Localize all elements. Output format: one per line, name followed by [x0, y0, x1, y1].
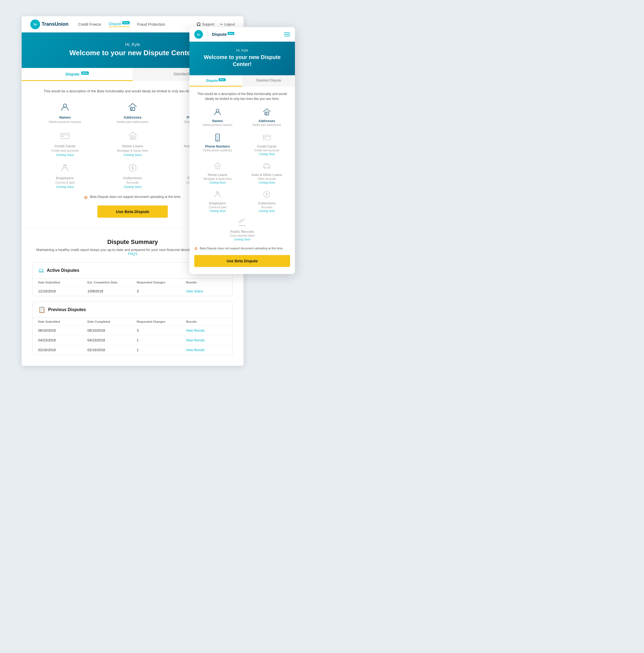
- previous-disputes-col-headers: Date Submitted Date Completed Requested …: [33, 318, 232, 326]
- coming-soon-employers: Coming Soon: [56, 185, 74, 188]
- mobile-logo-area: tu DisputeBeta: [194, 30, 234, 39]
- mobile-tab-badge: Beta: [219, 78, 225, 81]
- coming-soon-collections: Coming Soon: [124, 185, 142, 188]
- feature-credit-cards: Credit Cards Credit-card accounts Coming…: [32, 130, 97, 156]
- mobile-beta-desc: This would be a description of the Beta …: [194, 92, 290, 101]
- svg-rect-17: [64, 165, 66, 166]
- active-disputes-col-headers: Date Submitted Est. Completion Date Requ…: [33, 279, 232, 286]
- mobile-feature-collections: $ Collections Accounts Coming Soon: [244, 189, 290, 213]
- mobile-nav-title: DisputeBeta: [212, 32, 234, 37]
- view-status-link[interactable]: View Status: [186, 289, 227, 293]
- feature-name-collections: Collections: [123, 176, 142, 180]
- mobile-feature-auto: Auto & Other Loans Other accounts Coming…: [244, 161, 290, 184]
- mobile-tabs: DisputeBeta Standard Dispute: [190, 75, 295, 87]
- mobile-feature-credit-cards: Credit Cards Credit-card accounts Coming…: [244, 132, 290, 156]
- mobile-feature-public-records: Public Records Court-reported debts Comi…: [194, 217, 290, 241]
- mobile-hero-title: Welcome to your new Dispute Center!: [195, 54, 290, 68]
- mobile-warning-icon: ⚙: [194, 246, 198, 251]
- logout-button[interactable]: ↪ Logout: [220, 22, 235, 26]
- mobile-feature-phone[interactable]: Phone Numbers Delete phone number(s): [194, 132, 241, 156]
- nav-fraud-protection[interactable]: Fraud Protection: [137, 22, 165, 26]
- feature-sub-collections: Accounts: [126, 181, 139, 184]
- mobile-phone-icon: [212, 132, 223, 143]
- logo-area: tu TransUnion: [30, 20, 69, 29]
- mobile-feature-name-credit: Credit Cards: [257, 145, 276, 148]
- dispute-badge: Beta: [122, 21, 130, 24]
- mobile-feature-name-phone: Phone Numbers: [205, 145, 230, 148]
- mobile-credit-card-icon: [262, 132, 272, 143]
- previous-dispute-row-3: 02/16/2018 02/16/2018 1 View Results: [33, 345, 232, 355]
- employer-icon: [59, 162, 71, 174]
- tab-dispute-badge: Beta: [81, 71, 89, 75]
- mobile-feature-names[interactable]: Names Delete previous name(s): [194, 107, 241, 127]
- mobile-feature-addresses[interactable]: Addresses Delete past address(es): [244, 107, 290, 127]
- home-loans-icon: $: [127, 130, 139, 142]
- active-disputes-title: Active Disputes: [47, 268, 79, 273]
- mobile-feature-sub-names: Delete previous name(s): [203, 123, 232, 126]
- feature-sub-employers: Current & past: [55, 181, 75, 184]
- mobile-hero: Hi, Kyle Welcome to your new Dispute Cen…: [190, 42, 295, 75]
- previous-disputes-title: Previous Disputes: [48, 307, 86, 312]
- use-beta-dispute-button[interactable]: Use Beta Dispute: [97, 205, 168, 218]
- feature-collections: $ Collections Accounts Coming Soon: [100, 162, 165, 188]
- feature-sub-credit-cards: Credit-card accounts: [51, 149, 79, 152]
- svg-point-0: [63, 104, 67, 107]
- svg-text:$: $: [131, 166, 134, 170]
- headset-icon: 🎧: [196, 22, 201, 26]
- mobile-car-icon: [262, 161, 272, 171]
- feature-names[interactable]: Names Delete previous name(s): [32, 101, 97, 124]
- view-results-link-2[interactable]: View Results: [186, 338, 227, 342]
- mobile-person-icon: [212, 107, 223, 118]
- svg-rect-2: [131, 108, 132, 111]
- support-button[interactable]: 🎧 Support: [196, 22, 215, 26]
- nav-credit-freeze[interactable]: Credit Freeze: [78, 22, 101, 26]
- mobile-feature-grid: Names Delete previous name(s) Addresses …: [194, 107, 290, 241]
- logout-icon: ↪: [220, 22, 223, 26]
- feature-name-addresses: Addresses: [124, 115, 142, 119]
- mobile-coming-soon-collections: Coming Soon: [259, 210, 275, 213]
- mobile-feature-employers: Employers Current & past Coming Soon: [194, 189, 241, 213]
- coming-soon-home-loans: Coming Soon: [124, 153, 142, 156]
- feature-addresses[interactable]: Addresses Delete past address(es): [100, 101, 165, 124]
- svg-rect-10: [131, 137, 132, 139]
- mobile-notice-text: Beta Dispute does not support document u…: [200, 246, 283, 250]
- previous-dispute-row-1: 06/10/2018 06/10/2018 3 View Results: [33, 326, 232, 335]
- mobile-gavel-icon: [237, 217, 248, 228]
- previous-dispute-row-2: 04/23/2018 04/23/2018 1 View Results: [33, 335, 232, 345]
- mobile-coming-soon-credit: Coming Soon: [259, 153, 275, 156]
- mobile-dispute-badge: Beta: [228, 32, 234, 35]
- svg-point-37: [216, 191, 219, 194]
- view-results-link-3[interactable]: View Results: [186, 348, 227, 352]
- tab-dispute[interactable]: Dispute Beta: [22, 68, 132, 81]
- view-results-link-1[interactable]: View Results: [186, 329, 227, 333]
- mobile-logo-icon: tu: [194, 30, 203, 39]
- mobile-feature-sub-addresses: Delete past address(es): [252, 123, 281, 126]
- feature-sub-home-loans: Mortgage & equity lines: [117, 149, 148, 152]
- hamburger-menu[interactable]: [284, 32, 290, 36]
- mobile-tab-dispute[interactable]: DisputeBeta: [190, 75, 242, 87]
- mobile-coming-soon-public-records: Coming Soon: [234, 238, 251, 241]
- credit-card-icon: [59, 130, 71, 142]
- feature-employers: Employers Current & past Coming Soon: [32, 162, 97, 188]
- mobile-card: tu DisputeBeta Hi, Kyle Welcome to your …: [190, 27, 295, 274]
- svg-rect-43: [239, 220, 242, 223]
- mobile-coming-soon-auto: Coming Soon: [259, 181, 275, 184]
- mobile-coming-soon-home-loans: Coming Soon: [209, 181, 226, 184]
- svg-rect-31: [264, 138, 266, 138]
- coming-soon-credit-cards: Coming Soon: [56, 153, 74, 156]
- svg-point-16: [63, 165, 67, 168]
- mobile-tab-standard[interactable]: Standard Dispute: [242, 75, 295, 87]
- nav-dispute[interactable]: DisputeBeta: [109, 21, 130, 27]
- svg-rect-42: [241, 218, 245, 221]
- svg-text:$: $: [217, 167, 218, 169]
- svg-rect-25: [266, 113, 267, 115]
- svg-rect-8: [62, 136, 64, 137]
- mobile-use-beta-button[interactable]: Use Beta Dispute: [194, 255, 290, 267]
- dollar-icon: $: [127, 162, 139, 174]
- svg-rect-38: [217, 192, 218, 193]
- active-disputes-icon: 🗂: [38, 267, 44, 274]
- warning-icon: ⚙: [84, 195, 88, 200]
- notice-text: Beta Dispute does not support document u…: [90, 195, 181, 199]
- previous-disputes-section: 📋 Previous Disputes Date Submitted Date …: [32, 301, 233, 355]
- feature-name-home-loans: Home Loans: [122, 144, 143, 148]
